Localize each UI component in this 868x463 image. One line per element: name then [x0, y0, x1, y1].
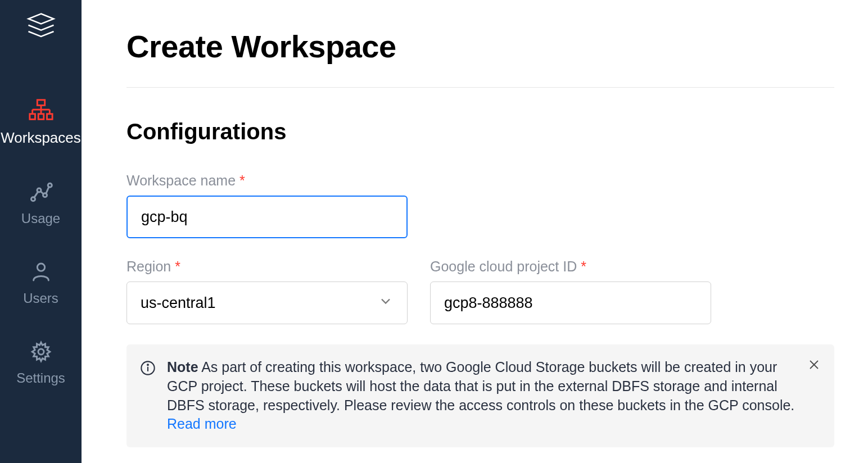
info-note: Note As part of creating this workspace,…: [126, 344, 834, 447]
sidebar-item-workspaces[interactable]: Workspaces: [0, 88, 82, 169]
sidebar-item-settings[interactable]: Settings: [0, 329, 82, 408]
svg-line-13: [34, 192, 38, 198]
usage-icon: [28, 179, 54, 205]
app-logo[interactable]: [25, 10, 57, 43]
note-prefix: Note: [167, 359, 198, 375]
svg-rect-0: [37, 100, 44, 106]
project-id-group: Google cloud project ID *: [430, 258, 711, 324]
sidebar-item-usage[interactable]: Usage: [0, 169, 82, 249]
note-text: Note As part of creating this workspace,…: [167, 358, 801, 434]
region-label: Region *: [126, 258, 408, 275]
svg-rect-7: [38, 114, 44, 120]
sidebar-item-label: Settings: [16, 370, 65, 386]
svg-line-15: [46, 187, 48, 193]
main-content: Create Workspace Configurations Workspac…: [82, 0, 868, 463]
divider: [126, 87, 834, 88]
sidebar-item-label: Users: [23, 290, 58, 306]
close-icon[interactable]: [807, 358, 821, 374]
svg-line-14: [40, 191, 43, 194]
sidebar-item-label: Usage: [21, 211, 60, 226]
section-title: Configurations: [126, 119, 834, 144]
svg-rect-8: [47, 114, 52, 120]
region-group: Region * us-central1: [126, 258, 408, 324]
workspaces-icon: [28, 98, 54, 124]
page-title: Create Workspace: [126, 28, 834, 65]
sidebar-item-users[interactable]: Users: [0, 249, 82, 329]
project-id-label: Google cloud project ID *: [430, 258, 711, 275]
chevron-down-icon: [378, 293, 394, 313]
workspace-name-group: Workspace name *: [126, 173, 408, 238]
svg-point-17: [38, 349, 44, 355]
read-more-link[interactable]: Read more: [167, 416, 237, 432]
region-select[interactable]: us-central1: [126, 282, 408, 324]
sidebar-item-label: Workspaces: [1, 129, 81, 147]
users-icon: [28, 259, 54, 285]
gear-icon: [28, 339, 54, 365]
sidebar: Workspaces Usage Users: [0, 0, 82, 463]
svg-point-16: [37, 264, 44, 271]
region-value: us-central1: [141, 294, 216, 312]
info-icon: [140, 360, 156, 434]
svg-rect-6: [29, 114, 35, 120]
workspace-name-input[interactable]: [126, 196, 408, 238]
svg-point-20: [147, 364, 148, 365]
project-id-input[interactable]: [430, 282, 711, 324]
note-body: As part of creating this workspace, two …: [167, 359, 794, 413]
workspace-name-label: Workspace name *: [126, 173, 408, 189]
